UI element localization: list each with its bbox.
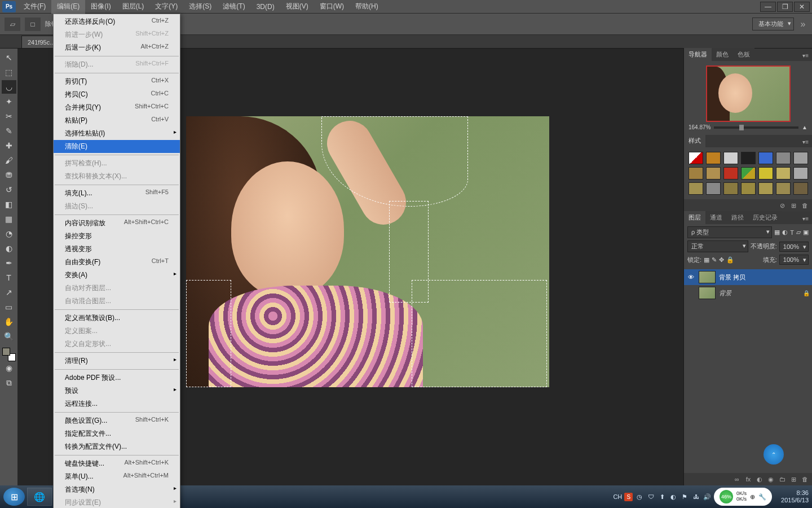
clock[interactable]: 8:36 2015/6/13 [781,489,809,504]
style-swatch[interactable] [706,152,721,164]
menu-item[interactable]: 预设 [54,384,180,397]
move-tool-icon[interactable]: ↖ [2,51,16,64]
pen-tool-icon[interactable]: ✒ [2,256,16,270]
tray-ch-icon[interactable]: CH [613,492,622,501]
path-tool-icon[interactable]: ↗ [2,286,16,299]
healing-tool-icon[interactable]: ✚ [2,139,16,152]
menu-item[interactable]: 填充(L)...Shift+F5 [54,187,180,200]
layer-name[interactable]: 背景 [719,289,731,297]
blend-mode-dropdown[interactable]: 正常 [687,240,748,252]
delete-layer-icon[interactable]: 🗑 [801,475,809,483]
group-icon[interactable]: 🗀 [778,475,786,483]
menu-item[interactable]: 粘贴(P)Ctrl+V [54,114,180,127]
menu-item[interactable]: 透视变形 [54,243,180,256]
dodge-tool-icon[interactable]: ◐ [2,242,16,255]
style-swatch[interactable] [689,167,703,179]
lock-all-icon[interactable]: 🔒 [726,256,734,264]
panel-toggle-icon[interactable]: » [798,19,807,29]
menu-item[interactable]: 操控变形 [54,230,180,243]
menu-item[interactable]: 内容识别缩放Alt+Shift+Ctrl+C [54,217,180,230]
layer-style-icon[interactable]: fx [744,475,752,483]
zoom-in-icon[interactable]: ▲ [802,124,807,130]
link-layers-icon[interactable]: ∞ [733,475,741,483]
menu-select[interactable]: 选择(S) [183,0,217,14]
menu-item[interactable]: 选择性粘贴(I) [54,127,180,140]
menu-item[interactable]: 自由变换(F)Ctrl+T [54,256,180,269]
style-swatch[interactable] [741,167,756,179]
start-button[interactable]: ⊞ [3,488,25,506]
visibility-toggle-icon[interactable]: 👁 [686,274,695,281]
menu-item[interactable]: 颜色设置(G)...Shift+Ctrl+K [54,414,180,427]
style-swatch[interactable] [689,182,703,195]
hand-tool-icon[interactable]: ✋ [2,315,16,329]
menu-window[interactable]: 窗口(W) [314,0,350,14]
menu-item[interactable]: 还原选择反向(O)Ctrl+Z [54,15,180,28]
tray-volume-icon[interactable]: 🔊 [703,492,712,501]
opacity-input[interactable]: 100% [779,242,809,252]
filter-img-icon[interactable]: ▦ [774,229,780,236]
layer-filter-dropdown[interactable]: ρ 类型 [687,226,772,238]
ime-icon[interactable]: S [624,493,633,501]
brush-tool-icon[interactable]: 🖌 [2,154,16,167]
style-swatch[interactable] [758,152,773,164]
menu-item[interactable]: 定义画笔预设(B)... [54,312,180,325]
style-swatch[interactable] [689,152,703,164]
tab-paths[interactable]: 路径 [727,211,748,224]
opt-icon[interactable]: □ [25,17,41,31]
close-button[interactable]: ✕ [794,2,810,12]
menu-item[interactable]: 剪切(T)Ctrl+X [54,75,180,88]
layer-row[interactable]: 背景 🔒 [684,285,812,301]
fill-input[interactable]: 100% [779,255,809,265]
layer-name[interactable]: 背景 拷贝 [719,273,745,282]
menu-item[interactable]: 远程连接... [54,397,180,410]
tray-shield-icon[interactable]: 🛡 [646,492,655,501]
style-swatch[interactable] [776,167,791,179]
menu-layer[interactable]: 图层(L) [117,0,150,14]
menu-item[interactable]: 拷贝(C)Ctrl+C [54,88,180,101]
menu-item[interactable]: 首选项(N) [54,483,180,496]
history-brush-tool-icon[interactable]: ↺ [2,183,16,196]
layer-thumbnail[interactable] [699,271,716,283]
pill-tool-icon[interactable]: 🔧 [758,493,766,501]
style-swatch[interactable] [741,152,756,164]
clear-style-icon[interactable]: ⊘ [778,202,786,209]
maximize-button[interactable]: ❐ [777,2,793,12]
style-swatch[interactable] [776,182,791,195]
menu-type[interactable]: 文字(Y) [149,0,183,14]
lock-pixels-icon[interactable]: ▦ [704,256,709,264]
menu-item[interactable]: 菜单(U)...Alt+Shift+Ctrl+M [54,470,180,483]
pill-add-icon[interactable]: ⊕ [750,493,755,501]
style-swatch[interactable] [706,182,721,195]
style-swatch[interactable] [706,167,721,179]
document-canvas[interactable] [186,116,549,387]
tab-swatches[interactable]: 色板 [733,48,754,61]
color-swatch[interactable] [2,348,16,361]
minimize-button[interactable]: — [760,2,776,12]
marquee-tool-icon[interactable]: ⬚ [2,65,16,79]
eyedropper-tool-icon[interactable]: ✎ [2,124,16,138]
menu-item[interactable]: Adobe PDF 预设... [54,371,180,384]
tab-channels[interactable]: 通道 [705,211,727,224]
wand-tool-icon[interactable]: ✦ [2,95,16,108]
style-swatch[interactable] [758,167,773,179]
menu-view[interactable]: 视图(V) [280,0,314,14]
gradient-tool-icon[interactable]: ▦ [2,212,16,226]
panel-menu-icon[interactable]: ▾≡ [799,213,812,224]
type-tool-icon[interactable]: T [2,271,16,284]
layer-row[interactable]: 👁 背景 拷贝 [684,269,812,285]
layer-thumbnail[interactable] [699,287,716,299]
tab-styles[interactable]: 样式 [684,134,705,147]
tray-icon[interactable]: ⬆ [657,492,667,501]
menu-3d[interactable]: 3D(D) [251,0,280,14]
style-swatch[interactable] [741,182,756,195]
filter-adj-icon[interactable]: ◐ [782,229,788,236]
blur-tool-icon[interactable]: ◔ [2,227,16,240]
menu-item[interactable]: 合并拷贝(Y)Shift+Ctrl+C [54,101,180,114]
new-style-icon[interactable]: ⊞ [789,202,797,209]
filter-type-icon[interactable]: T [790,229,794,236]
lock-brush-icon[interactable]: ✎ [712,256,717,264]
lock-pos-icon[interactable]: ✥ [719,256,724,264]
tab-history[interactable]: 历史记录 [748,211,782,224]
adjustment-layer-icon[interactable]: ◉ [767,475,775,483]
tray-network-icon[interactable]: 🖧 [691,492,700,501]
